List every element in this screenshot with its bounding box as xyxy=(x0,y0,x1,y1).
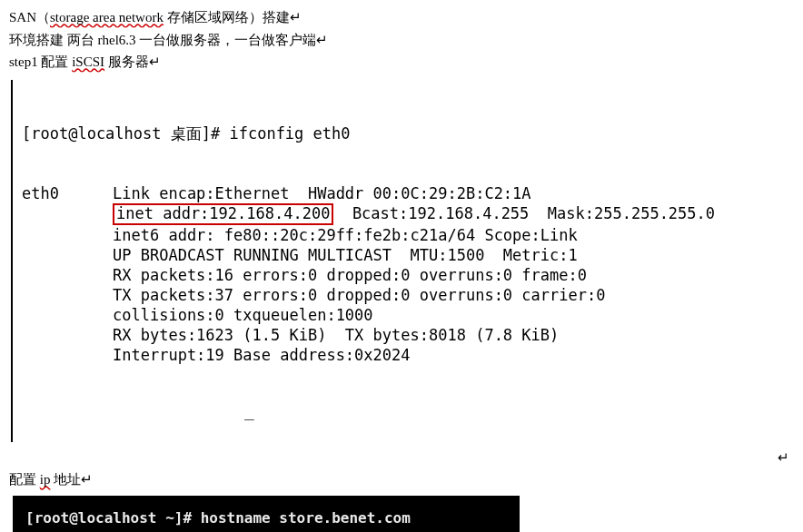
term-line: [root@localhost ~]# hostname store.benet… xyxy=(25,509,411,527)
ifcfg-rx: RX packets:16 errors:0 dropped:0 overrun… xyxy=(113,266,587,284)
ifcfg-inet6: inet6 addr: fe80::20c:29ff:fe2b:c21a/64 … xyxy=(113,226,578,244)
ifconfig-body: eth0 Link encap:Ethernet HWaddr 00:0C:29… xyxy=(22,183,794,365)
text: 配置 xyxy=(9,472,40,487)
terminal-hostname: [root@localhost ~]# hostname store.benet… xyxy=(13,496,520,532)
label-config-ip: 配置 ip 地址↵ xyxy=(9,469,794,490)
heading-line-2: 环境搭建 两台 rhel6.3 一台做服务器，一台做客户端↵ xyxy=(9,30,794,51)
text-wavy: storage area network xyxy=(50,10,164,25)
heading-line-3: step1 配置 iSCSI 服务器↵ xyxy=(9,52,794,73)
ifcfg-inet-rest: Bcast:192.168.4.255 Mask:255.255.255.0 xyxy=(333,204,715,222)
heading-line-1: SAN（storage area network 存储区域网络）搭建↵ xyxy=(9,7,794,28)
text: 环境搭建 两台 rhel6.3 一台做服务器，一台做客户端 xyxy=(9,33,316,47)
eol-mark: ↵ xyxy=(290,10,302,25)
text: 地址 xyxy=(50,472,81,487)
ifcfg-up: UP BROADCAST RUNNING MULTICAST MTU:1500 … xyxy=(113,246,578,264)
ifcfg-link: Link encap:Ethernet HWaddr 00:0C:29:2B:C… xyxy=(113,184,531,202)
eol-mark: ↵ xyxy=(778,448,789,468)
eol-mark: ↵ xyxy=(316,33,328,47)
blink-cursor-mark: _ xyxy=(244,405,794,418)
text: 存储区域网络）搭建 xyxy=(164,10,290,25)
inet-addr-highlight: inet addr:192.168.4.200 xyxy=(113,203,333,225)
text-wavy: ip xyxy=(40,472,51,487)
text: SAN（ xyxy=(9,10,50,25)
text-wavy: iSCSI xyxy=(72,54,104,69)
ifcfg-intr: Interrupt:19 Base address:0x2024 xyxy=(113,346,411,364)
text: step1 配置 xyxy=(9,54,72,69)
ifconfig-output: [root@localhost 桌面]# ifconfig eth0 eth0 … xyxy=(11,80,794,442)
ifconfig-command: [root@localhost 桌面]# ifconfig eth0 xyxy=(22,123,794,143)
eol-mark: ↵ xyxy=(149,54,161,69)
iface-name: eth0 xyxy=(22,183,113,365)
ifcfg-coll: collisions:0 txqueuelen:1000 xyxy=(113,306,373,324)
eol-mark: ↵ xyxy=(81,472,93,487)
text: 服务器 xyxy=(104,54,149,69)
ifcfg-rxb: RX bytes:1623 (1.5 KiB) TX bytes:8018 (7… xyxy=(113,326,559,344)
iface-details: Link encap:Ethernet HWaddr 00:0C:29:2B:C… xyxy=(113,183,715,365)
ifcfg-tx: TX packets:37 errors:0 dropped:0 overrun… xyxy=(113,286,605,304)
